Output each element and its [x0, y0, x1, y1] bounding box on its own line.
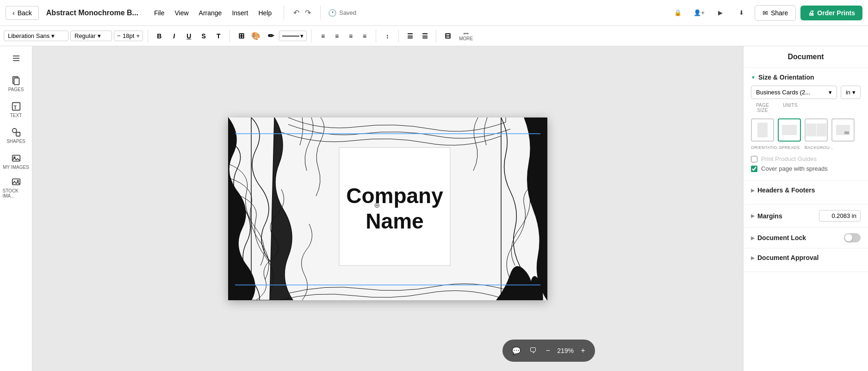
panel-title: Document	[744, 46, 868, 68]
strikethrough-button[interactable]: S	[197, 30, 210, 43]
menu-help[interactable]: Help	[254, 7, 276, 19]
lock-button[interactable]: 🔒	[670, 5, 686, 21]
orientation-label: ORIENTATIO...	[751, 145, 774, 150]
sidebar-item-images[interactable]: MY IMAGES	[3, 149, 30, 174]
background-icon	[836, 125, 850, 135]
chevron-down-icon: ▾	[852, 89, 856, 96]
undo-button[interactable]: ↶	[291, 6, 301, 19]
toolbar-sep2	[229, 30, 230, 43]
align-center-button[interactable]: ≡	[330, 30, 343, 43]
decrease-size-icon[interactable]: −	[117, 32, 121, 39]
bullet-list-button[interactable]: ☰	[403, 30, 416, 43]
sidebar-item-text[interactable]: T TEXT	[3, 97, 30, 122]
props-labels: PAGE SIZE UNITS	[751, 103, 861, 113]
bold-button[interactable]: B	[153, 30, 166, 43]
text-transform-button[interactable]: T	[212, 30, 225, 43]
font-style-select[interactable]: Regular ▾	[70, 31, 112, 41]
clock-icon: 🕐	[328, 9, 337, 17]
align-right-button[interactable]: ≡	[344, 30, 357, 43]
section-chevron-icon: ▶	[751, 235, 755, 241]
order-prints-button[interactable]: 🖨 Order Prints	[800, 6, 862, 20]
spreads-label: SPREADS	[778, 145, 801, 150]
align-left-button[interactable]: ≡	[316, 30, 329, 43]
spreads-icon	[806, 124, 826, 136]
menu-view[interactable]: View	[170, 7, 193, 19]
canvas-background: Company Name ⊕	[228, 117, 547, 300]
alignment-group: ≡ ≡ ≡ ≡	[316, 30, 371, 43]
headers-footers-header[interactable]: ▶ Headers & Footers	[751, 186, 861, 194]
undo-redo-group: ↶ ↷	[291, 6, 313, 19]
back-button[interactable]: ‹ Back	[6, 6, 39, 20]
page-size-dropdown[interactable]: Business Cards (2... ▾	[751, 86, 837, 99]
font-family-select[interactable]: Liberation Sans ▾	[4, 31, 68, 41]
zoom-in-button[interactable]: +	[577, 344, 589, 357]
underline-button[interactable]: U	[182, 30, 195, 43]
comment2-button[interactable]: 🗨	[525, 342, 541, 359]
section-chevron-icon: ▶	[751, 188, 755, 193]
toolbar-sep1	[148, 30, 148, 43]
line-color-button[interactable]: ✏	[264, 30, 277, 43]
grid-button[interactable]: ⊞	[235, 30, 248, 43]
zoom-out-button[interactable]: −	[541, 344, 554, 357]
images-label: MY IMAGES	[3, 165, 29, 170]
portrait-button[interactable]	[751, 118, 774, 142]
section-label: Document Approval	[757, 254, 819, 261]
design-canvas[interactable]: Company Name ⊕	[228, 117, 547, 300]
more-button[interactable]: ••• MORE	[456, 31, 476, 41]
print-guides-row: Print Product Guides	[751, 155, 861, 162]
landscape-button[interactable]	[778, 118, 801, 142]
play-button[interactable]: ▶	[712, 5, 729, 21]
toggle-knob	[845, 234, 852, 241]
units-value: in	[846, 89, 850, 96]
svg-point-12	[17, 180, 19, 181]
font-style-value: Regular	[74, 32, 96, 39]
font-size-control[interactable]: − 18pt +	[114, 31, 143, 41]
menu-arrange[interactable]: Arrange	[194, 7, 227, 19]
section-chevron-icon: ▶	[751, 213, 755, 218]
document-lock-toggle[interactable]	[844, 233, 861, 242]
document-lock-header[interactable]: ▶ Document Lock	[751, 234, 806, 241]
increase-size-icon[interactable]: +	[136, 32, 140, 39]
redo-button[interactable]: ↷	[303, 6, 313, 19]
line-style-dropdown[interactable]: ▾	[279, 31, 307, 41]
numbered-list-button[interactable]: ☰	[418, 30, 431, 43]
menu-insert[interactable]: Insert	[227, 7, 253, 19]
svg-rect-8	[16, 132, 20, 136]
chevron-down-icon: ▾	[98, 32, 101, 39]
menu-file[interactable]: File	[149, 7, 169, 19]
units-dropdown[interactable]: in ▾	[841, 86, 861, 99]
stock-images-icon	[11, 177, 21, 187]
sidebar-collapse-button[interactable]	[8, 50, 25, 67]
align-justify-button[interactable]: ≡	[358, 30, 371, 43]
user-add-button[interactable]: 👤+	[691, 5, 707, 21]
sidebar-item-stock[interactable]: STOCK IMA...	[3, 175, 30, 200]
toolbar-sep5	[398, 30, 399, 43]
svg-text:Name: Name	[366, 209, 423, 233]
sidebar-item-pages[interactable]: PAGES	[3, 71, 30, 96]
toolbar-sep4	[376, 30, 376, 43]
stock-label: STOCK IMA...	[3, 188, 30, 198]
spreads-button[interactable]	[805, 118, 828, 142]
background-button[interactable]	[831, 118, 855, 142]
margins-value[interactable]: 0.2083 in	[819, 210, 861, 222]
print-guides-checkbox[interactable]	[751, 156, 757, 162]
line-spacing-button[interactable]: ↕	[381, 30, 394, 43]
font-size-value: 18pt	[122, 32, 136, 39]
text-label: TEXT	[10, 113, 22, 118]
italic-button[interactable]: I	[167, 30, 180, 43]
canvas-area: Company Name ⊕ 💬 🗨 − 219% +	[32, 46, 743, 371]
cover-spreads-checkbox[interactable]	[751, 166, 757, 172]
sidebar-item-shapes[interactable]: SHAPES	[3, 123, 30, 148]
section-label: Document Lock	[757, 234, 806, 241]
download-button[interactable]: ⬇	[733, 5, 750, 21]
comment-button[interactable]: 💬	[508, 342, 525, 359]
fill-color-button[interactable]: 🎨	[249, 30, 262, 43]
size-orientation-header[interactable]: ▼ Size & Orientation	[751, 74, 861, 81]
orient-labels-row: ORIENTATIO... SPREADS BACKGROU...	[751, 145, 861, 150]
document-approval-header[interactable]: ▶ Document Approval	[751, 254, 861, 261]
table-button[interactable]: ⊟	[441, 30, 454, 43]
share-button[interactable]: ✉ Share	[755, 5, 796, 21]
landscape-icon	[782, 125, 797, 135]
size-value: Business Cards (2...	[756, 89, 810, 96]
margins-header[interactable]: ▶ Margins	[751, 212, 782, 220]
